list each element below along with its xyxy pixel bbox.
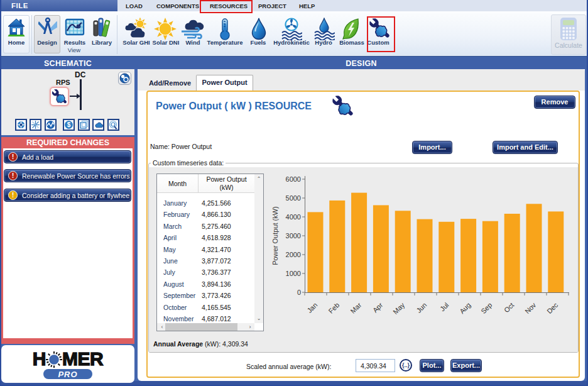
svg-text:Sep: Sep (479, 301, 493, 315)
svg-text:Apr: Apr (371, 301, 384, 314)
svg-text:3000: 3000 (286, 232, 301, 240)
svg-text:4000: 4000 (286, 213, 301, 221)
svg-text:Aug: Aug (458, 301, 472, 315)
svg-text:Oct: Oct (503, 301, 516, 314)
svg-text:Jan: Jan (305, 301, 318, 314)
svg-text:1000: 1000 (286, 270, 301, 277)
svg-text:2000: 2000 (286, 251, 301, 258)
svg-text:0: 0 (297, 289, 301, 296)
svg-text:Dec: Dec (545, 301, 560, 316)
svg-text:Jun: Jun (415, 301, 428, 314)
svg-text:May: May (391, 301, 406, 316)
svg-text:5000: 5000 (286, 194, 301, 202)
svg-text:Mar: Mar (349, 301, 363, 315)
svg-text:$: $ (67, 121, 71, 128)
svg-text:Power Output (kW): Power Output (kW) (271, 206, 279, 265)
svg-text:Feb: Feb (327, 301, 341, 315)
svg-text:Jul: Jul (438, 301, 450, 312)
svg-text:6000: 6000 (286, 175, 301, 183)
svg-text:Nov: Nov (523, 301, 538, 316)
